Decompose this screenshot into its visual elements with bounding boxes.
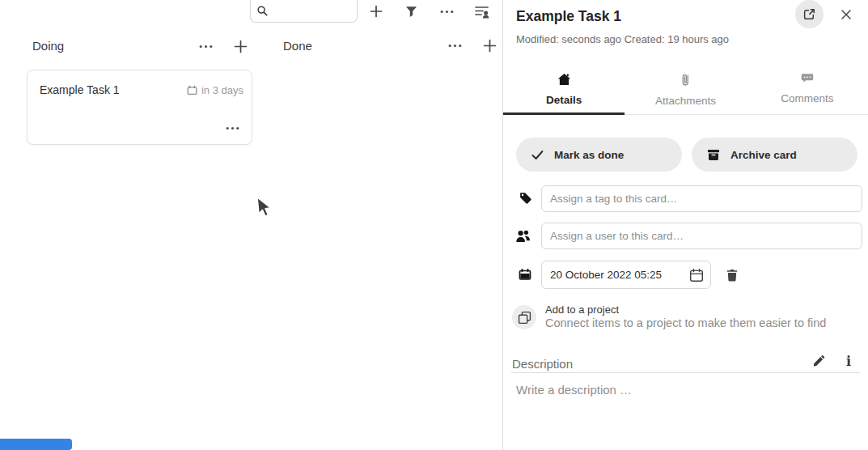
description-placeholder[interactable]: Write a description … <box>516 383 632 397</box>
add-card-toolbar-button[interactable] <box>365 2 387 21</box>
task-card[interactable]: Example Task 1 in 3 days <box>27 70 252 145</box>
ellipsis-icon <box>448 44 462 48</box>
add-to-project-title[interactable]: Add to a project <box>545 304 619 316</box>
assign-tag-input[interactable] <box>541 185 862 212</box>
card-title: Example Task 1 <box>40 83 120 96</box>
chat-bubble-icon <box>801 73 814 84</box>
column-title-done: Done <box>283 39 312 53</box>
calendar-outline-icon <box>689 268 704 282</box>
plus-icon <box>483 39 497 53</box>
open-in-window-button[interactable] <box>795 0 824 28</box>
paperclip-icon <box>680 73 691 87</box>
close-icon <box>840 9 852 20</box>
column-doing-add-card-button[interactable] <box>231 36 251 56</box>
close-panel-button[interactable] <box>835 6 857 23</box>
funnel-icon <box>405 6 417 18</box>
column-done-add-card-button[interactable] <box>480 36 500 55</box>
users-icon <box>515 229 532 243</box>
archive-card-button[interactable]: Archive card <box>692 138 857 172</box>
pencil-icon <box>812 354 825 367</box>
mark-as-done-button[interactable]: Mark as done <box>516 138 682 172</box>
column-title-doing: Doing <box>32 39 64 53</box>
due-date-value: 20 October 2022 05:25 <box>542 269 686 281</box>
card-due-date: in 3 days <box>187 84 243 96</box>
tag-icon <box>519 191 532 205</box>
external-link-icon <box>802 7 816 21</box>
assignee-filter-button[interactable] <box>469 2 495 21</box>
add-to-project-button[interactable] <box>512 305 536 329</box>
stacked-windows-icon <box>518 311 531 325</box>
tab-details[interactable]: Details <box>503 68 625 114</box>
filter-button[interactable] <box>400 2 422 21</box>
remove-date-button[interactable] <box>722 265 743 285</box>
search-input[interactable] <box>269 3 357 19</box>
home-icon <box>557 73 571 86</box>
plus-icon <box>370 5 383 18</box>
horizontal-scrollbar[interactable] <box>0 439 72 450</box>
due-date-field[interactable]: 20 October 2022 05:25 <box>541 261 711 289</box>
panel-tabs: Details Attachments Comments <box>503 68 868 115</box>
column-done-menu-button[interactable] <box>445 36 465 55</box>
markdown-info-button[interactable]: i <box>840 351 857 371</box>
description-label: Description <box>512 357 573 371</box>
archive-box-icon <box>707 149 720 161</box>
mouse-cursor <box>254 196 273 220</box>
ellipsis-icon <box>226 126 239 130</box>
card-detail-panel: Example Task 1 Modified: seconds ago Cre… <box>502 0 868 450</box>
search-icon <box>256 5 269 17</box>
date-picker-button[interactable] <box>686 265 707 286</box>
search-box[interactable] <box>250 0 358 23</box>
tab-attachments-label: Attachments <box>655 95 716 107</box>
tab-comments-label: Comments <box>781 92 833 104</box>
panel-meta: Modified: seconds ago Created: 19 hours … <box>516 33 729 45</box>
card-actions: Mark as done Archive card <box>516 138 857 172</box>
trash-icon <box>726 269 739 282</box>
column-doing-menu-button[interactable] <box>196 36 216 56</box>
checkmark-icon <box>531 150 544 160</box>
tab-details-label: Details <box>546 94 582 106</box>
description-divider <box>511 372 860 373</box>
panel-title: Example Task 1 <box>516 8 621 25</box>
add-to-project-subtitle: Connect items to a project to make them … <box>545 316 826 329</box>
edit-description-button[interactable] <box>809 352 828 370</box>
plus-icon <box>234 40 248 53</box>
tab-comments[interactable]: Comments <box>747 68 868 114</box>
assign-user-input[interactable] <box>541 223 862 249</box>
board-menu-button[interactable] <box>435 2 458 21</box>
ellipsis-icon <box>199 45 213 49</box>
tab-attachments[interactable]: Attachments <box>625 68 746 114</box>
kanban-app-window: Doing Done Example Task 1 in 3 days <box>0 0 868 450</box>
ellipsis-icon <box>440 10 454 14</box>
calendar-icon <box>187 85 197 96</box>
list-person-icon <box>475 5 489 19</box>
calendar-icon <box>519 268 531 281</box>
card-menu-button[interactable] <box>222 121 242 135</box>
